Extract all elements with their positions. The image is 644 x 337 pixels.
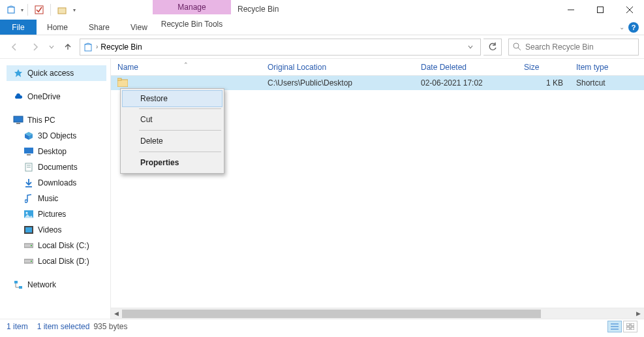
ribbon-chevron-icon[interactable]: ⌄	[619, 24, 624, 31]
view-details-button[interactable]	[607, 321, 622, 332]
sidebar-music[interactable]: Music	[7, 191, 110, 206]
svg-rect-0	[8, 7, 14, 13]
column-headers: ⌃Name Original Location Date Deleted Siz…	[111, 59, 644, 76]
svg-rect-30	[14, 281, 18, 283]
cell-size: 1 KB	[517, 78, 570, 88]
refresh-button[interactable]	[483, 39, 502, 56]
svg-rect-2	[58, 8, 66, 14]
shortcut-folder-icon	[117, 78, 128, 88]
sidebar-desktop[interactable]: Desktop	[7, 144, 110, 159]
svg-rect-16	[24, 148, 33, 153]
close-button[interactable]	[615, 0, 644, 20]
context-separator	[139, 108, 221, 109]
address-recyclebin-icon	[83, 42, 93, 52]
column-original-location[interactable]: Original Location	[261, 63, 414, 72]
cell-date-deleted: 02-06-2021 17:02	[414, 78, 517, 88]
scroll-right-icon[interactable]: ▶	[633, 308, 644, 319]
sidebar-disk-c[interactable]: Local Disk (C:)	[7, 238, 110, 253]
up-button[interactable]	[59, 38, 77, 56]
context-separator	[139, 130, 221, 131]
drive-icon	[23, 240, 34, 251]
sidebar-item-label: Downloads	[38, 178, 76, 187]
context-delete[interactable]: Delete	[122, 132, 222, 150]
column-date-deleted[interactable]: Date Deleted	[414, 63, 517, 72]
search-icon	[513, 42, 521, 51]
maximize-button[interactable]	[585, 0, 615, 20]
svg-rect-27	[31, 245, 32, 246]
address-bar[interactable]: › Recycle Bin	[80, 39, 481, 56]
sidebar-item-label: Videos	[38, 225, 61, 234]
sidebar-pictures[interactable]: Pictures	[7, 206, 110, 222]
horizontal-scrollbar[interactable]: ◀ ▶	[111, 308, 644, 319]
svg-rect-17	[27, 154, 31, 155]
column-name[interactable]: ⌃Name	[111, 63, 261, 72]
search-input[interactable]	[525, 42, 634, 52]
status-item-count: 1 item	[7, 322, 28, 331]
window-title: Recycle Bin	[238, 5, 279, 14]
sidebar-disk-d[interactable]: Local Disk (D:)	[7, 253, 110, 269]
column-size[interactable]: Size	[517, 63, 570, 72]
qat-newfolder-icon[interactable]	[55, 3, 69, 17]
scroll-left-icon[interactable]: ◀	[111, 308, 122, 319]
svg-point-23	[26, 212, 28, 214]
svg-line-9	[518, 48, 521, 50]
cell-name	[111, 78, 261, 88]
sidebar-this-pc[interactable]: This PC	[7, 112, 110, 128]
contextual-tab-manage[interactable]: Manage	[153, 0, 231, 14]
music-icon	[23, 193, 34, 204]
context-cut[interactable]: Cut	[122, 110, 222, 129]
sidebar-documents[interactable]: Documents	[7, 159, 110, 175]
view-thumbnails-button[interactable]	[623, 321, 637, 332]
qat-recyclebin-icon[interactable]	[4, 3, 18, 17]
recent-dropdown-icon[interactable]	[47, 38, 56, 56]
scroll-thumb[interactable]	[122, 310, 541, 318]
context-restore[interactable]: Restore	[122, 90, 222, 107]
svg-rect-29	[31, 261, 32, 262]
qat-dropdown-icon[interactable]: ▾	[21, 7, 23, 13]
sidebar-item-label: Desktop	[38, 147, 67, 156]
breadcrumb-chevron-icon[interactable]: ›	[96, 43, 98, 50]
sidebar-3d-objects[interactable]: 3D Objects	[7, 128, 110, 144]
cell-item-type: Shortcut	[570, 78, 644, 88]
cube-icon	[23, 131, 34, 141]
scroll-track[interactable]	[122, 308, 633, 319]
sidebar-quick-access[interactable]: Quick access	[7, 65, 106, 81]
home-tab[interactable]: Home	[37, 20, 78, 35]
breadcrumb-location[interactable]: Recycle Bin	[100, 42, 142, 52]
sidebar-network[interactable]: Network	[7, 277, 110, 293]
column-item-type[interactable]: Item type	[570, 63, 644, 72]
recyclebin-tools-tab[interactable]: Recycle Bin Tools	[153, 20, 231, 29]
sidebar-item-label: Local Disk (D:)	[38, 257, 89, 266]
back-button[interactable]	[5, 38, 23, 56]
desktop-icon	[23, 146, 34, 157]
svg-rect-4	[597, 7, 603, 13]
videos-icon	[23, 225, 34, 235]
sidebar-item-label: Local Disk (C:)	[38, 241, 89, 250]
svg-rect-32	[117, 80, 128, 87]
sidebar-downloads[interactable]: Downloads	[7, 175, 110, 191]
document-icon	[23, 162, 34, 172]
file-tab[interactable]: File	[0, 20, 37, 35]
sidebar-item-label: OneDrive	[27, 92, 61, 101]
sidebar-item-label: Network	[27, 280, 56, 289]
sidebar-item-label: Pictures	[38, 210, 66, 219]
svg-rect-25	[25, 227, 32, 233]
status-bytes: 935 bytes	[93, 322, 127, 331]
svg-rect-7	[85, 44, 91, 51]
monitor-icon	[13, 115, 23, 125]
search-box[interactable]	[508, 39, 639, 56]
help-icon[interactable]: ?	[628, 22, 639, 33]
sidebar-onedrive[interactable]: OneDrive	[7, 89, 110, 104]
qat-properties-icon[interactable]	[32, 3, 46, 17]
sort-indicator-icon: ⌃	[183, 61, 189, 68]
context-properties[interactable]: Properties	[122, 153, 222, 172]
forward-button[interactable]	[26, 38, 44, 56]
context-separator	[139, 152, 221, 152]
qat-customize-icon[interactable]: ▾	[72, 7, 77, 13]
minimize-button[interactable]	[556, 0, 585, 20]
sidebar-item-label: This PC	[27, 116, 55, 125]
share-tab[interactable]: Share	[78, 20, 120, 35]
svg-rect-12	[16, 123, 20, 124]
address-dropdown-icon[interactable]	[463, 44, 478, 50]
sidebar-videos[interactable]: Videos	[7, 222, 110, 238]
